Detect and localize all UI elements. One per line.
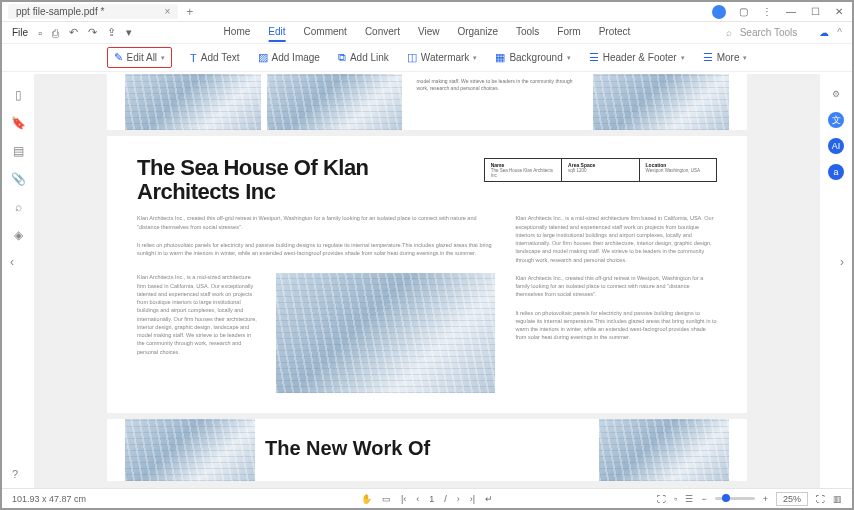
tab-convert[interactable]: Convert xyxy=(365,23,400,42)
chevron-down-icon: ▾ xyxy=(681,54,685,62)
page-main: The Sea House Of Klan Architects Inc Nam… xyxy=(107,136,747,413)
zoom-slider[interactable] xyxy=(715,497,755,500)
titlebar: ppt file-sample.pdf * × + ▢ ⋮ — ☐ ✕ xyxy=(2,2,852,22)
layers-icon[interactable]: ◈ xyxy=(14,228,23,242)
maximize-button[interactable]: ☐ xyxy=(808,6,822,18)
tab-comment[interactable]: Comment xyxy=(304,23,347,42)
undo-icon[interactable]: ↶ xyxy=(69,26,78,39)
feedback-icon[interactable]: ▢ xyxy=(736,6,750,18)
edit-toolbar: ✎ Edit All ▾ T Add Text ▨ Add Image ⧉ Ad… xyxy=(2,44,852,72)
layout-icon[interactable]: ▥ xyxy=(833,494,842,504)
body-paragraph: Klan Architects Inc., is a mid-sized arc… xyxy=(137,273,260,356)
add-link-button[interactable]: ⧉ Add Link xyxy=(338,51,389,64)
chevron-down-icon: ▾ xyxy=(473,54,477,62)
cloud-icon[interactable]: ☁ xyxy=(819,27,829,38)
select-tool-icon[interactable]: ▭ xyxy=(382,494,391,504)
chevron-down-icon[interactable]: ▾ xyxy=(126,26,132,39)
chevron-down-icon: ▾ xyxy=(567,54,571,62)
body-paragraph: It relies on photovoltaic panels for ele… xyxy=(515,309,717,342)
menubar: File ▫ ⎙ ↶ ↷ ⇪ ▾ Home Edit Comment Conve… xyxy=(2,22,852,44)
document-tab[interactable]: ppt file-sample.pdf * × xyxy=(8,4,178,19)
more-button[interactable]: ☰ More ▾ xyxy=(703,51,748,64)
search-icon[interactable]: ⌕ xyxy=(726,27,732,38)
assistant-icon[interactable]: a xyxy=(828,164,844,180)
statusbar: 101.93 x 47.87 cm ✋ ▭ |‹ ‹ 1 / › ›| ↵ ⛶ … xyxy=(2,488,852,508)
settings-icon[interactable]: ⚙ xyxy=(828,86,844,102)
ribbon-tabs: Home Edit Comment Convert View Organize … xyxy=(224,23,631,42)
kebab-icon[interactable]: ⋮ xyxy=(760,6,774,18)
add-tab-button[interactable]: + xyxy=(186,5,193,19)
header-footer-icon: ☰ xyxy=(589,51,599,64)
zoom-level[interactable]: 25% xyxy=(776,492,808,506)
image-icon: ▨ xyxy=(258,51,268,64)
print-icon[interactable]: ⎙ xyxy=(52,27,59,39)
background-button[interactable]: ▦ Background ▾ xyxy=(495,51,570,64)
last-page-icon[interactable]: ›| xyxy=(470,494,475,504)
watermark-icon: ◫ xyxy=(407,51,417,64)
add-text-button[interactable]: T Add Text xyxy=(190,52,239,64)
redo-icon[interactable]: ↷ xyxy=(88,26,97,39)
fit-page-icon[interactable]: ▫ xyxy=(674,494,677,504)
fullscreen-icon[interactable]: ⛶ xyxy=(816,494,825,504)
add-image-button[interactable]: ▨ Add Image xyxy=(258,51,320,64)
zoom-in-icon[interactable]: + xyxy=(763,494,768,504)
hamburger-icon: ☰ xyxy=(703,51,713,64)
help-icon[interactable]: ? xyxy=(12,468,18,480)
watermark-button[interactable]: ◫ Watermark ▾ xyxy=(407,51,478,64)
navigation-icon[interactable]: ▤ xyxy=(13,144,24,158)
tab-organize[interactable]: Organize xyxy=(457,23,498,42)
search-placeholder[interactable]: Search Tools xyxy=(740,27,798,38)
attachment-icon[interactable]: 📎 xyxy=(11,172,26,186)
read-mode-icon[interactable]: ☰ xyxy=(685,494,693,504)
body-paragraph: Klan Architects Inc., created this off-g… xyxy=(137,214,495,231)
prev-page-icon[interactable]: ‹ xyxy=(416,494,419,504)
fit-width-icon[interactable]: ⛶ xyxy=(657,494,666,504)
user-avatar[interactable] xyxy=(712,5,726,19)
next-page-icon[interactable]: › xyxy=(457,494,460,504)
body-paragraph: Klan Architects Inc., created this off-g… xyxy=(515,274,717,299)
first-page-icon[interactable]: |‹ xyxy=(401,494,406,504)
close-window-button[interactable]: ✕ xyxy=(832,6,846,18)
search-panel-icon[interactable]: ⌕ xyxy=(15,200,22,214)
left-sidebar: ▯ 🔖 ▤ 📎 ⌕ ◈ xyxy=(2,74,34,488)
file-menu[interactable]: File xyxy=(12,27,28,38)
text-icon: T xyxy=(190,52,197,64)
doc-heading: The New Work Of xyxy=(265,437,589,460)
bookmark-icon[interactable]: 🔖 xyxy=(11,116,26,130)
next-page-button[interactable]: › xyxy=(840,255,844,269)
save-icon[interactable]: ▫ xyxy=(38,27,42,39)
tab-home[interactable]: Home xyxy=(224,23,251,42)
tab-view[interactable]: View xyxy=(418,23,440,42)
building-image xyxy=(599,419,729,481)
thumbnails-icon[interactable]: ▯ xyxy=(15,88,22,102)
translate-icon[interactable]: 文 xyxy=(828,112,844,128)
dimensions-readout: 101.93 x 47.87 cm xyxy=(12,494,86,504)
tab-title: ppt file-sample.pdf * xyxy=(16,6,104,17)
page-fragment-bottom: The New Work Of xyxy=(107,419,747,481)
building-image xyxy=(125,74,261,130)
background-icon: ▦ xyxy=(495,51,505,64)
chevron-down-icon: ▾ xyxy=(743,54,747,62)
document-viewport[interactable]: model making staff. We strieve to be lea… xyxy=(34,74,820,488)
jump-page-icon[interactable]: ↵ xyxy=(485,494,493,504)
page-sep: / xyxy=(444,494,447,504)
share-icon[interactable]: ⇪ xyxy=(107,26,116,39)
tab-edit[interactable]: Edit xyxy=(268,23,285,42)
collapse-ribbon-icon[interactable]: ^ xyxy=(837,27,842,38)
edit-all-button[interactable]: ✎ Edit All ▾ xyxy=(107,47,173,68)
building-image xyxy=(276,273,495,393)
page-number[interactable]: 1 xyxy=(429,494,434,504)
tab-protect[interactable]: Protect xyxy=(599,23,631,42)
tab-tools[interactable]: Tools xyxy=(516,23,539,42)
minimize-button[interactable]: — xyxy=(784,6,798,18)
header-footer-button[interactable]: ☰ Header & Footer ▾ xyxy=(589,51,685,64)
body-paragraph: model making staff. We strieve to be lea… xyxy=(408,74,587,130)
ai-icon[interactable]: AI xyxy=(828,138,844,154)
prev-page-button[interactable]: ‹ xyxy=(10,255,14,269)
doc-heading: The Sea House Of Klan Architects Inc xyxy=(137,156,464,204)
tab-form[interactable]: Form xyxy=(557,23,580,42)
zoom-out-icon[interactable]: − xyxy=(701,494,706,504)
page-fragment-top: model making staff. We strieve to be lea… xyxy=(107,74,747,130)
hand-tool-icon[interactable]: ✋ xyxy=(361,494,372,504)
close-tab-icon[interactable]: × xyxy=(164,6,170,17)
